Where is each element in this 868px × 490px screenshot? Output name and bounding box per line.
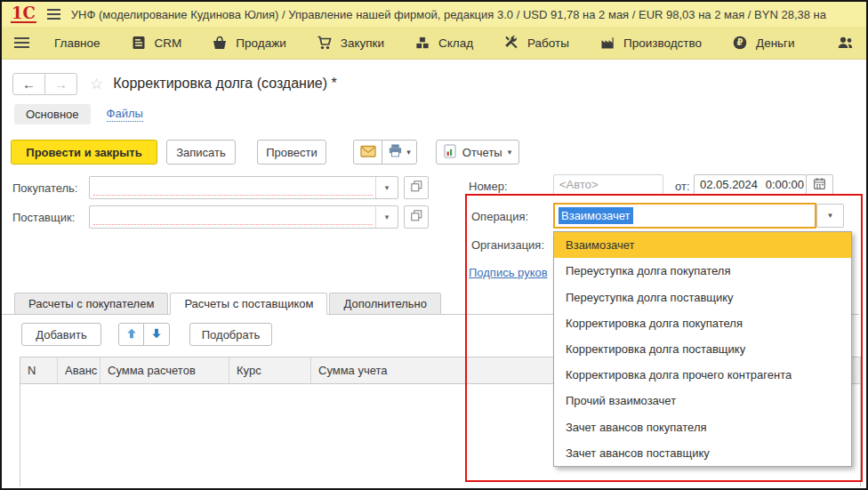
menu-item-works[interactable]: Работы	[503, 35, 569, 51]
send-email-button[interactable]	[353, 140, 383, 165]
signature-link[interactable]: Подпись руков	[469, 266, 553, 279]
date-calendar-button[interactable]	[806, 174, 833, 196]
dropdown-item[interactable]: Переуступка долга поставщику	[554, 284, 851, 309]
menu-item-crm[interactable]: CRM	[131, 35, 182, 51]
tab-main[interactable]: Основное	[14, 104, 91, 125]
buyer-label: Покупатель:	[12, 181, 77, 195]
warehouse-boxes-icon	[414, 35, 430, 51]
section-menu-bar: Главное CRM Продажи Закупки Склад Работы…	[2, 27, 866, 60]
tab-buyer-settlements[interactable]: Расчеты с покупателем	[14, 293, 168, 315]
choose-icon	[411, 180, 422, 196]
post-button[interactable]: Провести	[257, 140, 326, 165]
printer-icon	[388, 143, 403, 161]
tab-files[interactable]: Файлы	[107, 107, 143, 122]
date-input[interactable]: 02.05.2024 0:00:00	[694, 174, 807, 196]
menu-item-money[interactable]: ₽ Деньги	[732, 35, 795, 51]
dropdown-item[interactable]: Зачет авансов поставщику	[554, 440, 851, 466]
main-menu-icon[interactable]	[47, 9, 60, 20]
tab-supplier-settlements[interactable]: Расчеты с поставщиком	[170, 293, 327, 315]
report-doc-icon	[444, 144, 457, 161]
supplier-label: Поставщик:	[12, 211, 75, 224]
operation-combobox[interactable]: Взаимозачет	[553, 203, 816, 229]
organization-label: Организация:	[471, 238, 544, 252]
arrow-down-icon	[150, 327, 163, 342]
navigation-row: ← → ☆ Корректировка долга (создание) *	[12, 72, 337, 95]
svg-text:₽: ₽	[737, 37, 743, 47]
dropdown-item[interactable]: Прочий взаимозачет	[554, 388, 851, 414]
operation-dropdown-arrow-button[interactable]: ▾	[816, 204, 844, 228]
add-row-button[interactable]: Добавить	[21, 323, 101, 346]
operation-label: Операция:	[471, 210, 528, 223]
menu-item-warehouse[interactable]: Склад	[414, 35, 473, 51]
app-window: 1С УНФ (моделирование Кудинова Юлия) / У…	[0, 0, 868, 490]
arrow-up-icon	[125, 327, 138, 342]
move-row-up-button[interactable]	[118, 323, 145, 346]
operation-dropdown-list: Взаимозачет Переуступка долга покупателя…	[553, 231, 852, 467]
reports-dropdown-caret-icon: ▾	[508, 149, 512, 157]
chevron-down-icon: ▾	[828, 212, 832, 220]
form-nav-tabs: Основное Файлы	[14, 103, 143, 125]
required-underline	[93, 224, 373, 225]
menu-item-purchases[interactable]: Закупки	[317, 35, 384, 51]
number-label: Номер:	[469, 180, 508, 193]
app-title: УНФ (моделирование Кудинова Юлия) / Упра…	[71, 8, 826, 21]
purchases-cart-icon	[317, 35, 333, 51]
menu-item-main[interactable]: Главное	[54, 36, 100, 50]
menu-item-sales[interactable]: Продажи	[212, 35, 285, 51]
buyer-input[interactable]: ▾	[89, 176, 398, 199]
dropdown-item[interactable]: Корректировка долга поставщику	[554, 336, 851, 362]
dropdown-item[interactable]: Зачет авансов покупателя	[554, 414, 851, 440]
crm-icon	[131, 35, 147, 51]
number-input[interactable]: <Авто>	[553, 174, 663, 196]
post-and-close-button[interactable]: Провести и закрыть	[11, 140, 157, 165]
date-label: от:	[675, 180, 690, 193]
production-factory-icon	[599, 35, 615, 51]
supplier-choose-button[interactable]	[404, 205, 429, 229]
col-n[interactable]: N	[20, 357, 58, 383]
number-placeholder: <Авто>	[554, 178, 599, 191]
detail-tabs: Расчеты с покупателем Расчеты с поставщи…	[14, 293, 443, 315]
users-icon	[837, 35, 854, 51]
logo-1c-icon: 1С	[11, 5, 36, 23]
dropdown-item[interactable]: Взаимозачет	[554, 232, 851, 258]
print-dropdown-caret-icon: ▾	[406, 149, 411, 157]
move-row-down-button[interactable]	[143, 323, 170, 346]
dropdown-item[interactable]: Корректировка долга прочего контрагента	[554, 362, 851, 388]
dropdown-item[interactable]: Корректировка долга покупателя	[554, 310, 851, 336]
favorite-star-icon[interactable]: ☆	[90, 75, 103, 93]
supplier-input[interactable]: ▾	[89, 205, 398, 229]
supplier-dropdown-arrow-icon[interactable]: ▾	[375, 206, 398, 228]
reports-button[interactable]: Отчеты ▾	[436, 140, 519, 165]
choose-icon	[411, 209, 422, 225]
operation-selected-value: Взаимозачет	[559, 207, 633, 224]
required-underline	[93, 195, 373, 196]
sales-basket-icon	[212, 35, 228, 51]
back-button[interactable]: ←	[12, 73, 45, 95]
menu-item-staff[interactable]	[837, 35, 854, 51]
col-rate[interactable]: Курс	[229, 357, 311, 383]
menu-item-production[interactable]: Производство	[599, 35, 702, 51]
col-settlement-sum[interactable]: Сумма расчетов	[100, 357, 229, 383]
envelope-icon	[360, 143, 376, 162]
calendar-icon	[813, 177, 826, 194]
forward-button[interactable]: →	[44, 73, 77, 95]
pick-button[interactable]: Подобрать	[189, 323, 272, 346]
title-bar: 1С УНФ (моделирование Кудинова Юлия) / У…	[2, 2, 866, 27]
print-button[interactable]: ▾	[382, 140, 417, 165]
date-value: 02.05.2024 0:00:00	[695, 178, 804, 191]
page-title: Корректировка долга (создание) *	[113, 76, 337, 92]
tab-additional[interactable]: Дополнительно	[329, 293, 441, 315]
buyer-dropdown-arrow-icon[interactable]: ▾	[375, 177, 398, 198]
money-ruble-icon: ₽	[732, 35, 748, 51]
dropdown-item[interactable]: Переуступка долга покупателя	[554, 258, 851, 284]
col-advance[interactable]: Аванс	[58, 357, 100, 383]
works-tools-icon	[503, 35, 519, 51]
save-button[interactable]: Записать	[166, 140, 236, 165]
buyer-choose-button[interactable]	[404, 176, 429, 199]
sections-panel-icon[interactable]	[14, 37, 29, 48]
